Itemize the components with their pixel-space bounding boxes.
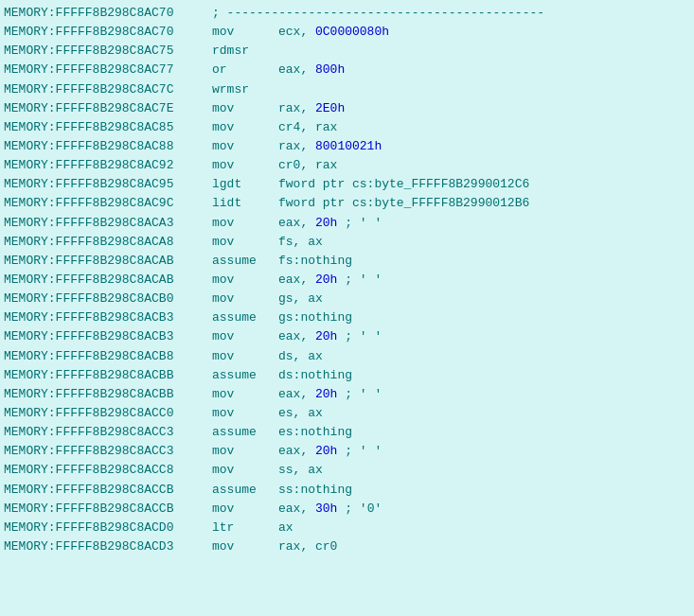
code-address: MEMORY:FFFFF8B298C8ACB0	[4, 290, 212, 308]
code-line: MEMORY:FFFFF8B298C8AC75rdmsr	[0, 42, 694, 61]
code-mnemonic: mov	[212, 442, 278, 461]
code-mnemonic: mov	[212, 271, 278, 290]
code-address: MEMORY:FFFFF8B298C8AC7C	[4, 80, 212, 99]
code-mnemonic: mov	[212, 500, 278, 519]
code-mnemonic: lgdt	[212, 175, 278, 194]
code-hex-value: 20h	[315, 387, 337, 401]
code-operand: fword ptr cs:byte_FFFFF8B2990012C6	[278, 175, 529, 194]
code-operand: eax, 20h ; ' '	[278, 271, 382, 290]
code-mnemonic: ltr	[212, 519, 278, 537]
code-line: MEMORY:FFFFF8B298C8ACC8movss, ax	[0, 461, 694, 480]
code-address: MEMORY:FFFFF8B298C8ACA8	[4, 233, 212, 252]
code-address: MEMORY:FFFFF8B298C8AC95	[4, 175, 212, 194]
code-address: MEMORY:FFFFF8B298C8ACC3	[4, 442, 212, 461]
code-address: MEMORY:FFFFF8B298C8ACAB	[4, 252, 212, 271]
code-operand: rax, 80010021h	[278, 137, 382, 156]
code-mnemonic: mov	[212, 404, 278, 423]
code-mnemonic: mov	[212, 99, 278, 118]
code-line: MEMORY:FFFFF8B298C8AC77oreax, 800h	[0, 61, 694, 79]
code-address: MEMORY:FFFFF8B298C8ACAB	[4, 271, 212, 290]
code-address: MEMORY:FFFFF8B298C8AC85	[4, 118, 212, 137]
code-mnemonic: rdmsr	[212, 42, 278, 61]
code-operand: ax	[278, 519, 294, 537]
code-address: MEMORY:FFFFF8B298C8AC75	[4, 42, 212, 61]
code-address: MEMORY:FFFFF8B298C8AC70	[4, 4, 212, 23]
code-mnemonic: mov	[212, 327, 278, 346]
code-hex-value: 20h	[315, 273, 337, 287]
code-mnemonic: mov	[212, 137, 278, 156]
code-mnemonic: mov	[212, 156, 278, 175]
code-line: MEMORY:FFFFF8B298C8ACBBmoveax, 20h ; ' '	[0, 385, 694, 404]
code-hex-value: 30h	[315, 502, 337, 516]
code-mnemonic: or	[212, 61, 278, 79]
code-hex-value: 20h	[315, 329, 337, 343]
code-address: MEMORY:FFFFF8B298C8ACD3	[4, 537, 212, 556]
code-operand: eax, 20h ; ' '	[278, 442, 382, 461]
code-mnemonic: mov	[212, 385, 278, 404]
code-hex-value: 20h	[315, 216, 337, 230]
code-view: MEMORY:FFFFF8B298C8AC70 ; --------------…	[0, 0, 694, 560]
code-operand: eax, 800h	[278, 61, 345, 79]
code-line: MEMORY:FFFFF8B298C8ACC0moves, ax	[0, 404, 694, 423]
code-address: MEMORY:FFFFF8B298C8AC9C	[4, 194, 212, 213]
code-mnemonic: assume	[212, 423, 278, 442]
code-mnemonic: mov	[212, 118, 278, 137]
code-hex-value: 80010021h	[315, 139, 382, 153]
code-address: MEMORY:FFFFF8B298C8ACBB	[4, 366, 212, 385]
code-operand: eax, 30h ; '0'	[278, 500, 382, 519]
code-line: MEMORY:FFFFF8B298C8AC85movcr4, rax	[0, 118, 694, 137]
code-operand: gs, ax	[278, 290, 323, 308]
code-line: MEMORY:FFFFF8B298C8ACA8movfs, ax	[0, 233, 694, 252]
code-line: MEMORY:FFFFF8B298C8ACB3moveax, 20h ; ' '	[0, 327, 694, 346]
code-line: MEMORY:FFFFF8B298C8ACABassumefs:nothing	[0, 252, 694, 271]
code-operand: ds:nothing	[278, 366, 352, 385]
code-address: MEMORY:FFFFF8B298C8AC77	[4, 61, 212, 79]
code-mnemonic: assume	[212, 308, 278, 327]
code-address: MEMORY:FFFFF8B298C8ACD0	[4, 519, 212, 537]
code-line: MEMORY:FFFFF8B298C8AC95lgdtfword ptr cs:…	[0, 175, 694, 194]
code-address: MEMORY:FFFFF8B298C8AC88	[4, 137, 212, 156]
code-address: MEMORY:FFFFF8B298C8AC70	[4, 23, 212, 42]
code-line: MEMORY:FFFFF8B298C8AC7Emovrax, 2E0h	[0, 99, 694, 118]
code-operand: es:nothing	[278, 423, 352, 442]
code-line: MEMORY:FFFFF8B298C8ACCBassumess:nothing	[0, 481, 694, 500]
code-address: MEMORY:FFFFF8B298C8ACB3	[4, 327, 212, 346]
code-address: MEMORY:FFFFF8B298C8ACB8	[4, 347, 212, 366]
code-operand: eax, 20h ; ' '	[278, 327, 382, 346]
code-address: MEMORY:FFFFF8B298C8ACA3	[4, 214, 212, 233]
code-operand: eax, 20h ; ' '	[278, 385, 382, 404]
code-operand: rax, 2E0h	[278, 99, 345, 118]
code-separator: ; --------------------------------------…	[212, 4, 544, 23]
code-line: MEMORY:FFFFF8B298C8ACABmoveax, 20h ; ' '	[0, 271, 694, 290]
code-mnemonic: mov	[212, 233, 278, 252]
code-line: MEMORY:FFFFF8B298C8ACD0ltrax	[0, 519, 694, 537]
code-mnemonic: mov	[212, 537, 278, 556]
code-operand: fs:nothing	[278, 252, 352, 271]
code-mnemonic: mov	[212, 461, 278, 480]
code-line: MEMORY:FFFFF8B298C8ACC3moveax, 20h ; ' '	[0, 442, 694, 461]
code-mnemonic: assume	[212, 366, 278, 385]
code-mnemonic: mov	[212, 23, 278, 42]
code-line: MEMORY:FFFFF8B298C8AC88movrax, 80010021h	[0, 137, 694, 156]
code-address: MEMORY:FFFFF8B298C8ACC0	[4, 404, 212, 423]
code-mnemonic: assume	[212, 252, 278, 271]
code-line: MEMORY:FFFFF8B298C8ACD3movrax, cr0	[0, 537, 694, 556]
code-mnemonic: mov	[212, 214, 278, 233]
code-operand: fword ptr cs:byte_FFFFF8B2990012B6	[278, 194, 529, 213]
code-line: MEMORY:FFFFF8B298C8ACB8movds, ax	[0, 347, 694, 366]
code-operand: ss:nothing	[278, 481, 352, 500]
code-address: MEMORY:FFFFF8B298C8AC92	[4, 156, 212, 175]
code-operand: eax, 20h ; ' '	[278, 214, 382, 233]
code-operand: ds, ax	[278, 347, 323, 366]
code-address: MEMORY:FFFFF8B298C8ACBB	[4, 385, 212, 404]
code-hex-value: 800h	[315, 62, 345, 77]
code-address: MEMORY:FFFFF8B298C8ACCB	[4, 481, 212, 500]
code-line: MEMORY:FFFFF8B298C8ACB3assumegs:nothing	[0, 308, 694, 327]
code-line: MEMORY:FFFFF8B298C8AC7Cwrmsr	[0, 80, 694, 99]
code-line: MEMORY:FFFFF8B298C8ACC3assumees:nothing	[0, 423, 694, 442]
code-address: MEMORY:FFFFF8B298C8ACB3	[4, 308, 212, 327]
code-mnemonic: mov	[212, 290, 278, 308]
code-hex-value: 0C0000080h	[315, 25, 389, 39]
code-operand: cr4, rax	[278, 118, 337, 137]
code-hex-value: 2E0h	[315, 101, 345, 115]
